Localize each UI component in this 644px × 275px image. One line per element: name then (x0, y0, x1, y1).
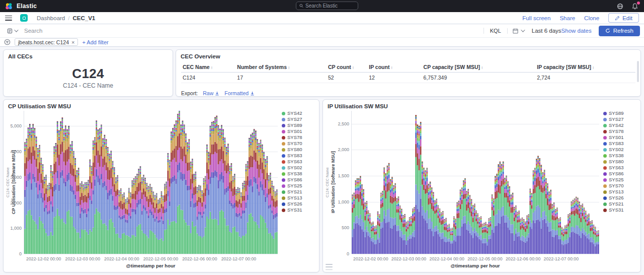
legend-item[interactable]: SYS25 (603, 177, 636, 183)
column-header[interactable]: IP capacity [SW MSU]↕ (535, 61, 635, 73)
legend-item[interactable]: SYS21 (603, 201, 636, 207)
legend-item[interactable]: SYS63 (603, 165, 636, 171)
global-search-input[interactable] (305, 3, 355, 9)
query-language-toggle[interactable]: KQL (484, 28, 507, 34)
legend-label: SYS02 (609, 147, 624, 153)
notifications-bell-icon[interactable] (631, 2, 639, 10)
breadcrumb-dashboard[interactable]: Dashboard (37, 15, 65, 21)
column-header[interactable]: CP count↕ (327, 61, 367, 73)
gridline (352, 254, 599, 254)
menu-hamburger-icon[interactable] (5, 16, 12, 21)
legend-color-dot (603, 112, 607, 115)
legend-color-dot (282, 118, 285, 121)
x-axis-title: @timestamp per hour (351, 263, 599, 268)
x-tick-label: 2022-12-07 00:00 (544, 256, 579, 261)
saved-query-menu[interactable] (4, 28, 20, 34)
remove-filter-icon[interactable]: × (71, 39, 74, 45)
legend-label: SYS42 (287, 111, 302, 116)
column-header[interactable]: CP capacity [SW MSU]↕ (422, 61, 536, 73)
legend-item[interactable]: SYS78 (603, 129, 636, 134)
legend-item[interactable]: SYS86 (603, 171, 636, 177)
legend-item[interactable]: SYS02 (282, 165, 315, 171)
legend-color-dot (282, 184, 285, 188)
scrollbar[interactable] (637, 61, 639, 82)
legend-item[interactable]: SYS27 (282, 117, 315, 122)
legend-item[interactable]: SYS38 (603, 153, 636, 159)
column-header[interactable]: IP count↕ (367, 61, 422, 73)
legend-item[interactable]: SYS70 (603, 183, 636, 189)
legend-item[interactable]: SYS42 (282, 111, 315, 116)
x-tick-label: 2022-12-06 00:00 (506, 256, 540, 261)
legend-label: SYS26 (287, 201, 302, 207)
date-picker-toggle[interactable] (507, 28, 529, 34)
legend-item[interactable]: SYS70 (282, 141, 315, 147)
legend-item[interactable]: SYS89 (282, 123, 315, 128)
column-header[interactable]: CEC Name↕ (181, 61, 235, 73)
legend-color-dot (282, 202, 285, 206)
x-tick-label: 2022-12-04 00:00 (429, 256, 464, 261)
legend-item[interactable]: SYS38 (282, 171, 315, 177)
legend-item[interactable]: SYS26 (603, 195, 636, 201)
legend-color-dot (603, 142, 607, 146)
y-tick-label: 3,000 (10, 175, 22, 180)
legend-color-dot (603, 202, 607, 206)
legend-item[interactable]: SYS01 (282, 129, 315, 134)
refresh-button[interactable]: Refresh (599, 26, 640, 36)
column-header[interactable]: Number of Systems↕ (235, 61, 327, 73)
export-raw-link[interactable]: Raw (203, 90, 219, 96)
x-tick-label: 2022-12-02 00:00 (26, 256, 61, 261)
legend-item[interactable]: SYS25 (282, 183, 315, 189)
globe-icon[interactable] (616, 2, 624, 10)
legend-item[interactable]: SYS83 (603, 141, 636, 147)
legend-item[interactable]: SYS27 (603, 117, 636, 122)
legend-label: SYS89 (287, 123, 302, 128)
dashboard-app-icon[interactable] (20, 14, 28, 22)
legend-label: SYS27 (609, 117, 624, 122)
legend-item[interactable]: SYS26 (282, 201, 315, 207)
legend-item[interactable]: SYS13 (603, 189, 636, 195)
elastic-logo[interactable] (5, 3, 13, 10)
clone-link[interactable]: Clone (584, 15, 599, 21)
legend-item[interactable]: SYS01 (603, 135, 636, 141)
global-search[interactable] (296, 2, 358, 10)
legend-item[interactable]: SYS80 (282, 147, 315, 153)
legend-item[interactable]: SYS02 (603, 147, 636, 153)
add-filter-link[interactable]: + Add filter (82, 39, 108, 45)
legend-item[interactable]: SYS31 (282, 208, 315, 213)
sort-icon: ↕ (592, 65, 594, 70)
kql-search-input[interactable] (20, 28, 484, 34)
table-cell: 12 (367, 73, 422, 83)
legend-item[interactable]: SYS63 (282, 159, 315, 165)
full-screen-link[interactable]: Full screen (522, 15, 550, 21)
plot-area[interactable]: 01,0002,0003,0004,0005,0002022-12-02 00:… (24, 111, 278, 254)
legend-item[interactable]: SYS83 (282, 153, 315, 159)
y-axis-title: C124: CEC Name IP Utilisation [Software … (325, 111, 336, 254)
share-link[interactable]: Share (559, 15, 575, 21)
legend-item[interactable]: SYS21 (282, 189, 315, 195)
legend-item[interactable]: SYS13 (282, 195, 315, 201)
legend-label: SYS21 (287, 189, 302, 195)
time-range-value[interactable]: Last 6 days (532, 28, 561, 34)
legend-item[interactable]: SYS31 (603, 208, 636, 213)
metric: C124 C124 - CEC Name (4, 59, 173, 96)
legend-label: SYS31 (609, 208, 624, 213)
sort-icon: ↕ (352, 65, 354, 70)
legend-item[interactable]: SYS86 (282, 177, 315, 183)
filter-menu-icon[interactable] (4, 39, 11, 45)
dashboard-canvas: All CECs C124 C124 - CEC Name CEC Overvi… (0, 47, 644, 275)
legend-color-dot (603, 154, 607, 158)
legend-item[interactable]: SYS42 (603, 123, 636, 128)
legend-item[interactable]: SYS78 (282, 135, 315, 141)
chart-legend: SYS42SYS27SYS89SYS01SYS78SYS70SYS80SYS83… (282, 111, 315, 213)
panel-title: All CECs (4, 50, 173, 59)
plot-area[interactable]: 05001,0001,5002,0002,5002022-12-02 00:00… (351, 111, 599, 254)
legend-item[interactable]: SYS89 (603, 111, 636, 116)
legend-toggle-icon[interactable] (326, 264, 333, 270)
stacked-bars (352, 111, 599, 254)
show-dates-link[interactable]: Show dates (561, 28, 599, 34)
legend-label: SYS78 (609, 129, 624, 134)
filter-pill[interactable]: jbeats.host.cec: C124 × (15, 38, 78, 46)
export-formatted-link[interactable]: Formatted (224, 90, 255, 96)
legend-item[interactable]: SYS80 (603, 159, 636, 165)
edit-button[interactable]: Edit (608, 13, 639, 23)
